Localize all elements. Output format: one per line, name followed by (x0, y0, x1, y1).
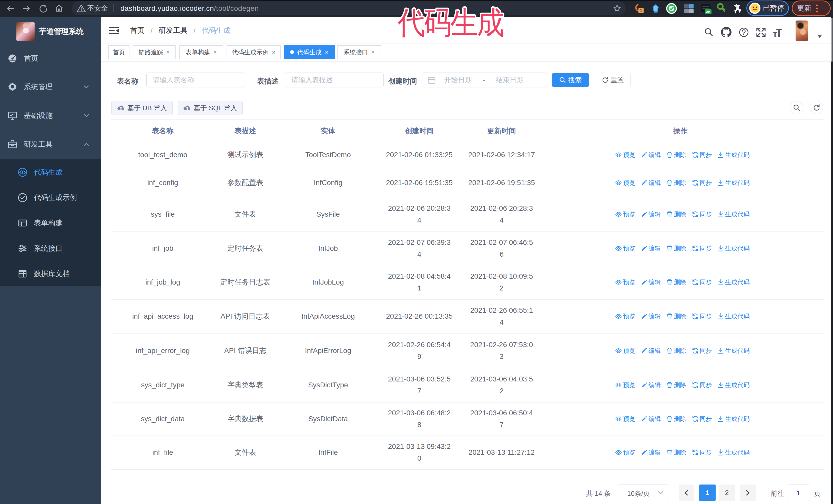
svg-text:1: 1 (640, 8, 642, 13)
svg-text:on: on (706, 10, 710, 14)
